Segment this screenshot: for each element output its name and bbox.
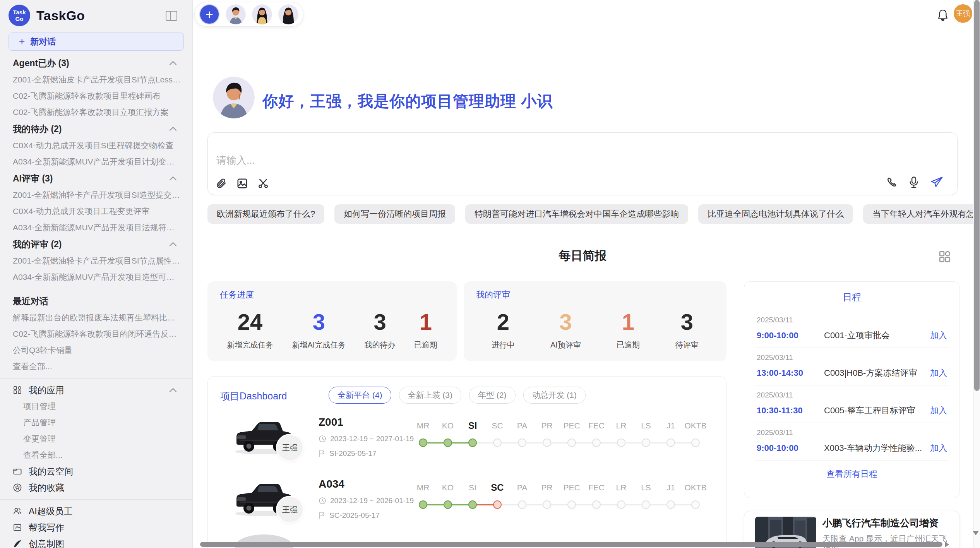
sidebar-item[interactable]: Z001-全新燃油皮卡产品开发项目SI节点Lesson Learn报告 bbox=[0, 72, 192, 88]
scissors-icon[interactable] bbox=[257, 178, 269, 189]
milestone-dot[interactable] bbox=[567, 500, 576, 509]
milestone-dot[interactable] bbox=[543, 438, 551, 447]
suggestion-chips: 欧洲新规最近颁布了什么? 如何写一份清晰的项目周报 特朗普可能对进口汽车增税会对… bbox=[207, 204, 973, 224]
collapse-sidebar-icon[interactable] bbox=[165, 10, 178, 22]
schedule-event: 2025/03/11 9:00-10:00C001-立项审批会加入 bbox=[744, 310, 959, 348]
sidebar-item[interactable]: A034-全新新能源MUV产品开发项目法规符合性评审 bbox=[0, 219, 192, 236]
horizontal-scrollbar-thumb[interactable] bbox=[200, 542, 942, 547]
recent-chat-item[interactable]: 解释最新出台的欧盟报废车法规再生塑料比例被调至15%... bbox=[0, 310, 192, 326]
milestone-dot[interactable] bbox=[642, 500, 650, 509]
apps-view-all[interactable]: 查看全部... bbox=[0, 447, 192, 463]
phone-call-icon[interactable] bbox=[886, 176, 898, 188]
milestone-dot[interactable] bbox=[617, 438, 625, 447]
stat-ai-prereview: 3AI预评审 bbox=[550, 310, 581, 350]
group-ai-review[interactable]: AI评审 (3) bbox=[0, 170, 192, 187]
milestone-dot[interactable] bbox=[419, 438, 427, 447]
attachment-icon[interactable] bbox=[216, 178, 227, 189]
sidebar-item[interactable]: A034-全新新能源MUV产品开发项目计划变更表编写 bbox=[0, 154, 192, 170]
milestone-dot[interactable] bbox=[468, 438, 477, 447]
sidebar-item[interactable]: Z001-全新燃油轻卡产品开发项目SI造型提交物评审 bbox=[0, 187, 192, 203]
sidebar-item-ai-super-staff[interactable]: AI超级员工 bbox=[0, 503, 192, 519]
app-item-project-mgmt[interactable]: 项目管理 bbox=[0, 398, 192, 414]
scroll-down-arrow-icon[interactable] bbox=[973, 531, 979, 535]
chevron-up-icon[interactable] bbox=[169, 176, 177, 181]
session-avatar[interactable] bbox=[252, 4, 272, 24]
sidebar-item-creative-drawing[interactable]: 创意制图 bbox=[0, 536, 192, 548]
vertical-scrollbar-thumb[interactable] bbox=[974, 0, 980, 391]
chat-input[interactable] bbox=[216, 154, 758, 166]
chevron-up-icon[interactable] bbox=[169, 61, 177, 65]
sidebar-item[interactable]: C0X4-动力总成开发项目工程变更评审 bbox=[0, 203, 192, 219]
milestone-dot[interactable] bbox=[592, 500, 601, 509]
session-avatar[interactable] bbox=[278, 4, 298, 24]
send-icon[interactable] bbox=[930, 176, 943, 188]
add-session-button[interactable]: + bbox=[199, 4, 219, 24]
sidebar-item[interactable]: C02-飞腾新能源轻客改款项目立项汇报方案 bbox=[0, 104, 192, 120]
milestone-dot[interactable] bbox=[691, 438, 700, 447]
notifications-bell-icon[interactable] bbox=[937, 9, 949, 22]
sidebar-item[interactable]: A034-全新新能源MUV产品开发项目造型可行性评审 bbox=[0, 269, 192, 285]
milestone-dot-overdue[interactable] bbox=[493, 500, 502, 509]
chevron-up-icon[interactable] bbox=[169, 127, 177, 131]
group-recent-chats: 最近对话 bbox=[0, 293, 192, 310]
group-my-review[interactable]: 我的评审 (2) bbox=[0, 236, 192, 253]
suggestion-chip[interactable]: 如何写一份清晰的项目周报 bbox=[334, 204, 455, 224]
milestone-dot[interactable] bbox=[518, 500, 526, 509]
writing-icon bbox=[13, 523, 22, 532]
app-item-product-mgmt[interactable]: 产品管理 bbox=[0, 414, 192, 431]
join-button[interactable]: 加入 bbox=[925, 330, 947, 341]
sidebar-item-my-apps[interactable]: 我的应用 bbox=[0, 382, 192, 398]
sidebar-item-help-me-write[interactable]: 帮我写作 bbox=[0, 519, 192, 536]
milestone-dot[interactable] bbox=[592, 438, 601, 447]
filter-powertrain[interactable]: 动总开发 (1) bbox=[523, 387, 586, 404]
recent-chat-item[interactable]: 公司Q3轻卡销量 bbox=[0, 342, 192, 358]
chevron-up-icon[interactable] bbox=[169, 388, 177, 392]
milestone-dot[interactable] bbox=[468, 500, 477, 509]
join-button[interactable]: 加入 bbox=[925, 405, 947, 416]
milestone-dot[interactable] bbox=[567, 438, 576, 447]
vertical-scrollbar-track[interactable] bbox=[973, 0, 980, 548]
sidebar-item[interactable]: C0X4-动力总成开发项目SI里程碑提交物检查 bbox=[0, 137, 192, 154]
join-button[interactable]: 加入 bbox=[925, 442, 947, 454]
filter-all-new-platform[interactable]: 全新平台 (4) bbox=[329, 387, 391, 404]
milestone-dot[interactable] bbox=[444, 438, 452, 447]
milestone-dot[interactable] bbox=[493, 438, 502, 447]
schedule-title: 日程 bbox=[744, 291, 959, 303]
view-all-schedule-link[interactable]: 查看所有日程 bbox=[744, 468, 959, 480]
project-dates: 2023-12-19 ~ 2026-01-19 bbox=[319, 497, 414, 505]
image-icon[interactable] bbox=[236, 178, 248, 189]
microphone-icon[interactable] bbox=[908, 176, 919, 188]
group-agent-done[interactable]: Agent已办 (3) bbox=[0, 55, 192, 72]
milestone-dot[interactable] bbox=[419, 500, 427, 509]
app-item-change-mgmt[interactable]: 变更管理 bbox=[0, 431, 192, 447]
session-avatar[interactable] bbox=[226, 4, 246, 24]
user-avatar[interactable]: 王强 bbox=[954, 4, 972, 23]
milestone-dot[interactable] bbox=[543, 500, 551, 509]
group-my-todo[interactable]: 我的待办 (2) bbox=[0, 120, 192, 137]
milestone-dot[interactable] bbox=[691, 500, 700, 509]
scroll-right-arrow-icon[interactable] bbox=[945, 542, 949, 547]
milestone-dot[interactable] bbox=[444, 500, 452, 509]
chevron-up-icon[interactable] bbox=[169, 242, 177, 247]
layout-grid-icon[interactable] bbox=[938, 250, 951, 263]
milestone-dot[interactable] bbox=[617, 500, 625, 509]
filter-model-year[interactable]: 年型 (2) bbox=[469, 387, 516, 404]
milestone-dot[interactable] bbox=[642, 438, 650, 447]
sidebar-item[interactable]: Z001-全新燃油轻卡产品开发项目SI节点属性5D文件评审 bbox=[0, 253, 192, 269]
filter-new-body[interactable]: 全新上装 (3) bbox=[399, 387, 462, 404]
join-button[interactable]: 加入 bbox=[925, 367, 947, 379]
recent-chat-item[interactable]: C02-飞腾新能源轻客改款项目的闭环通告反馈情况 bbox=[0, 326, 192, 342]
divider bbox=[755, 460, 949, 461]
milestone-dot[interactable] bbox=[666, 500, 675, 509]
recent-chats-view-all[interactable]: 查看全部... bbox=[0, 358, 192, 375]
suggestion-chip[interactable]: 比亚迪全固态电池计划具体说了什么 bbox=[698, 204, 853, 224]
suggestion-chip[interactable]: 欧洲新规最近颁布了什么? bbox=[207, 204, 324, 224]
milestone-dot[interactable] bbox=[666, 438, 675, 447]
milestone-dot[interactable] bbox=[518, 438, 526, 447]
suggestion-chip[interactable]: 当下年轻人对汽车外观有怎样的喜好趋势 bbox=[863, 204, 973, 224]
suggestion-chip[interactable]: 特朗普可能对进口汽车增税会对中国车企造成哪些影响 bbox=[465, 204, 688, 224]
new-chat-button[interactable]: + 新对话 bbox=[9, 33, 184, 51]
sidebar-item[interactable]: C02-飞腾新能源轻客改款项目里程碑画布 bbox=[0, 88, 192, 104]
sidebar-item-cloud-space[interactable]: 我的云空间 bbox=[0, 463, 192, 480]
sidebar-item-favorites[interactable]: 我的收藏 bbox=[0, 480, 192, 496]
